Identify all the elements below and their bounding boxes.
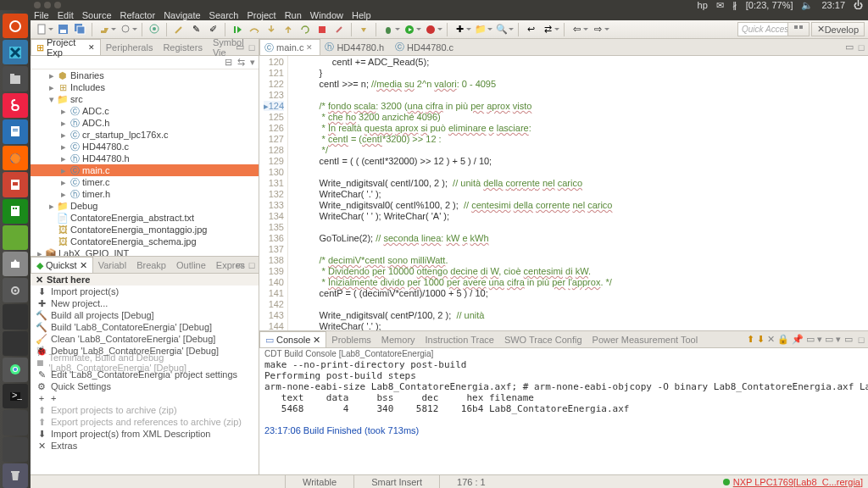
open-perspective-button[interactable]: [787, 22, 810, 36]
stop-button[interactable]: [314, 22, 330, 37]
lpcxpresso-app-icon[interactable]: [3, 40, 28, 64]
window-controls[interactable]: [32, 0, 63, 10]
app4-icon[interactable]: [3, 410, 28, 435]
stepout-button[interactable]: [281, 22, 296, 37]
quickstart-item[interactable]: ⬇Import project(s) from XML Description: [31, 428, 259, 440]
tree-item[interactable]: ▸📦LabX_GPIO_INT: [31, 247, 259, 256]
quickstart-item[interactable]: ✎Edit 'Lab8_ContatoreEnergia' project se…: [31, 369, 259, 380]
nextann-button[interactable]: [356, 22, 371, 37]
menu-help[interactable]: Help: [352, 10, 371, 20]
menu-project[interactable]: Project: [247, 10, 275, 20]
new-button[interactable]: [34, 22, 49, 37]
problems-tab[interactable]: Problems: [326, 331, 376, 347]
tab-main-c[interactable]: ⓒmain.c✕: [259, 39, 320, 55]
showlast-button[interactable]: ↩: [523, 22, 538, 37]
stepover-button[interactable]: [247, 22, 262, 37]
menu-window[interactable]: Window: [310, 10, 343, 20]
tree-item[interactable]: ▸📁Debug: [31, 200, 259, 212]
debug-button[interactable]: [381, 22, 396, 37]
tree-item[interactable]: ▸⬢Binaries: [31, 69, 259, 81]
tree-item[interactable]: 📄ContatoreEnergia_abstract.txt: [31, 212, 259, 224]
newfolder-button[interactable]: 📁: [473, 22, 488, 37]
quickstart-item[interactable]: ✚New project...: [31, 297, 259, 309]
nextedit-button[interactable]: ⇨: [590, 22, 605, 37]
app3-icon[interactable]: [3, 331, 28, 356]
tree-item[interactable]: 🖼ContatoreEnergia_montaggio.jpg: [31, 224, 259, 236]
files-icon[interactable]: [3, 66, 28, 91]
app1-icon[interactable]: [3, 225, 28, 250]
menu-refactor[interactable]: Refactor: [120, 10, 156, 20]
writer-icon[interactable]: [3, 119, 28, 144]
breakpoints-tab[interactable]: Breakp: [131, 257, 171, 273]
status-board[interactable]: NXP LPC1769[Lab8_C...rergia]: [723, 477, 868, 487]
pdf-icon[interactable]: [3, 93, 28, 118]
tree-item[interactable]: ▸ⓒtimer.c: [31, 176, 259, 188]
menu-run[interactable]: Run: [285, 10, 302, 20]
memory-tab[interactable]: Memory: [376, 331, 420, 347]
develop-perspective[interactable]: ✕ Develop: [811, 22, 865, 36]
power-tab[interactable]: Power Measurement Tool: [587, 331, 704, 347]
wand-button[interactable]: [171, 22, 186, 37]
tree-item[interactable]: ▸ⓒmain.c: [31, 164, 259, 176]
console-tab[interactable]: ▭Console✕: [259, 331, 326, 347]
tab-hd44780-h[interactable]: ⓗHD44780.h: [320, 39, 391, 55]
quickstart-item[interactable]: ++: [31, 392, 259, 404]
edit2-button[interactable]: ✐: [205, 22, 220, 37]
project-explorer-tab[interactable]: ⊞Project Exp✕: [31, 39, 101, 55]
tree-item[interactable]: ▸ⓗtimer.h: [31, 188, 259, 200]
trash-icon[interactable]: [3, 463, 28, 488]
quickstart-item[interactable]: 🧹Clean 'Lab8_ContatoreEnergia' [Debug]: [31, 333, 259, 345]
save-button[interactable]: [55, 22, 70, 37]
quickstart-item[interactable]: ⚙Quick Settings: [31, 380, 259, 392]
close-icon[interactable]: ✕: [36, 274, 43, 286]
clear-icon[interactable]: ✕: [767, 334, 775, 345]
prevedit-button[interactable]: ⇦: [569, 22, 584, 37]
restart-button[interactable]: [298, 22, 313, 37]
menu-navigate[interactable]: Navigate: [164, 10, 200, 20]
tree-item[interactable]: ▸ⓒcr_startup_lpc176x.c: [31, 129, 259, 141]
tree-item[interactable]: ▾📁src: [31, 93, 259, 105]
peripherals-tab[interactable]: Peripherals: [101, 39, 159, 55]
stepin-button[interactable]: [264, 22, 279, 37]
quickstart-item[interactable]: 🔨Build all projects [Debug]: [31, 309, 259, 321]
tree-item[interactable]: 🖼ContatoreEnergia_schema.jpg: [31, 236, 259, 247]
edit1-button[interactable]: ✎: [188, 22, 203, 37]
tree-item[interactable]: ▸ⓗADC.h: [31, 117, 259, 129]
open-icon[interactable]: ▭: [825, 334, 833, 345]
quickstart-item[interactable]: ✕Extras: [31, 440, 259, 452]
swo-trace-tab[interactable]: SWO Trace Config: [499, 331, 587, 347]
tree-item[interactable]: ▸ⓒHD44780.c: [31, 141, 259, 152]
tree-item[interactable]: ▸⊞Includes: [31, 81, 259, 93]
settings-icon[interactable]: [3, 278, 28, 302]
tree-item[interactable]: ▸ⓒADC.c: [31, 105, 259, 117]
lock-icon[interactable]: 🔒: [777, 334, 789, 345]
app5-icon[interactable]: [3, 437, 28, 462]
run-button[interactable]: [402, 22, 417, 37]
disconnect-button[interactable]: [331, 22, 347, 37]
outline-tab[interactable]: Outline: [171, 257, 211, 273]
app2-icon[interactable]: [3, 304, 28, 329]
link-icon[interactable]: ⇆: [237, 57, 245, 68]
cfg-button[interactable]: [118, 22, 133, 37]
quickstart-tab[interactable]: ◆Quickst✕: [31, 257, 93, 273]
firefox-icon[interactable]: [3, 146, 28, 170]
search-button[interactable]: 🔍: [494, 22, 509, 37]
next-console-icon[interactable]: ⬇: [757, 334, 765, 345]
menu-search[interactable]: Search: [209, 10, 239, 20]
newfile-button[interactable]: ✚: [452, 22, 467, 37]
collapse-icon[interactable]: ⊟: [225, 57, 232, 68]
dash-icon[interactable]: [3, 14, 28, 38]
resume-button[interactable]: [230, 22, 245, 37]
menu-file[interactable]: File: [34, 10, 49, 20]
menu-icon[interactable]: ▾: [250, 57, 255, 68]
code-editor[interactable]: 120 121 122 123 ▸124 125 126 127 128 129…: [259, 56, 868, 330]
display-icon[interactable]: ▭: [806, 334, 815, 345]
quickstart-item[interactable]: 🔨Build 'Lab8_ContatoreEnergia' [Debug]: [31, 321, 259, 333]
variables-tab[interactable]: Variabl: [93, 257, 131, 273]
build-button[interactable]: [97, 22, 112, 37]
code-area[interactable]: centI += ADC_Read(5); } centI >>= n; //m…: [288, 56, 868, 330]
menubar[interactable]: File Edit Source Refactor Navigate Searc…: [31, 10, 868, 20]
impress-icon[interactable]: [3, 172, 28, 197]
instruction-trace-tab[interactable]: Instruction Trace: [420, 331, 499, 347]
new-dropdown[interactable]: [48, 22, 53, 37]
